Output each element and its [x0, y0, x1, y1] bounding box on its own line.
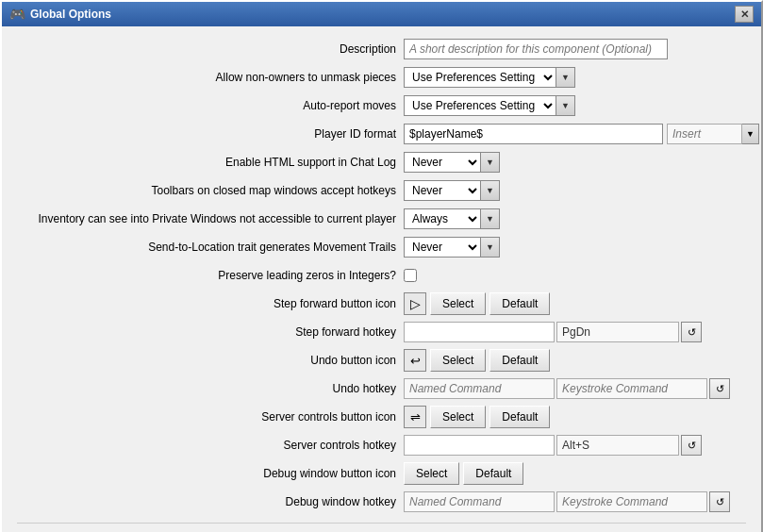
step-forward-icon-preview: ▷ [404, 292, 426, 315]
debug-window-hotkey-control: ↺ [404, 491, 730, 512]
server-controls-keystroke-input[interactable] [556, 435, 679, 456]
undo-select-button[interactable]: Select [430, 349, 486, 372]
preserve-zeros-control [404, 269, 417, 282]
server-controls-hotkey-row: Server controls hotkey ↺ [17, 434, 746, 457]
send-to-location-row: Send-to-Location trait generates Movemen… [17, 236, 746, 258]
send-to-location-control: Never Always ▼ [404, 237, 500, 258]
toolbars-hotkeys-control: Never Always ▼ [404, 180, 500, 201]
auto-report-dropdown[interactable]: Use Preferences Setting Always Never ▼ [404, 95, 575, 116]
send-to-location-select[interactable]: Never Always [405, 238, 480, 257]
preserve-zeros-label: Preserve leading zeros in Integers? [17, 269, 404, 282]
preserve-zeros-checkbox[interactable] [404, 269, 417, 282]
server-controls-refresh-button[interactable]: ↺ [681, 435, 702, 456]
server-controls-hotkey-control: ↺ [404, 435, 702, 456]
send-to-location-arrow[interactable]: ▼ [480, 238, 499, 257]
allow-non-owners-dropdown[interactable]: Use Preferences Setting Always Never ▼ [404, 67, 575, 88]
server-controls-default-button[interactable]: Default [489, 406, 550, 428]
enable-html-control: Never Always ▼ [404, 152, 500, 173]
step-forward-select-button[interactable]: Select [430, 292, 486, 315]
step-forward-hotkey-label: Step forward hotkey [17, 325, 404, 339]
debug-window-named-input[interactable] [404, 491, 555, 512]
window-icon: 🎮 [9, 7, 25, 22]
send-to-location-dropdown[interactable]: Never Always ▼ [404, 237, 500, 258]
title-bar: 🎮 Global Options ✕ [2, 2, 761, 26]
undo-hotkey-group: ↺ [404, 378, 730, 399]
allow-non-owners-control: Use Preferences Setting Always Never ▼ [404, 67, 575, 88]
server-controls-select-button[interactable]: Select [430, 406, 486, 428]
undo-refresh-button[interactable]: ↺ [709, 378, 730, 399]
step-forward-keystroke-input[interactable] [556, 322, 679, 342]
allow-non-owners-arrow[interactable]: ▼ [556, 68, 574, 87]
server-controls-hotkey-label: Server controls hotkey [17, 439, 404, 452]
step-forward-icon-row: Step forward button icon ▷ Select Defaul… [17, 292, 746, 315]
preserve-zeros-row: Preserve leading zeros in Integers? [17, 264, 746, 287]
enable-html-dropdown[interactable]: Never Always ▼ [404, 152, 500, 173]
step-forward-hotkey-row: Step forward hotkey ↺ [17, 321, 746, 343]
undo-icon-control: ↩ Select Default [404, 349, 550, 372]
undo-hotkey-row: Undo hotkey ↺ [17, 377, 746, 400]
debug-window-keystroke-input[interactable] [556, 491, 707, 512]
step-forward-hotkey-empty [404, 322, 555, 342]
undo-icon-row: Undo button icon ↩ Select Default [17, 349, 746, 372]
server-controls-icon-preview: ⇌ [404, 406, 426, 428]
inventory-see-dropdown[interactable]: Always Never ▼ [404, 208, 500, 229]
toolbars-hotkeys-select[interactable]: Never Always [405, 181, 480, 200]
description-label: Description [17, 42, 404, 56]
toolbars-hotkeys-label: Toolbars on closed map windows accept ho… [17, 184, 404, 197]
auto-report-row: Auto-report moves Use Preferences Settin… [17, 94, 746, 117]
debug-window-icon-row: Debug window button icon Select Default [17, 462, 746, 485]
enable-html-arrow[interactable]: ▼ [480, 153, 499, 172]
step-forward-refresh-button[interactable]: ↺ [681, 322, 702, 342]
allow-non-owners-select[interactable]: Use Preferences Setting Always Never [405, 68, 556, 87]
toolbars-hotkeys-arrow[interactable]: ▼ [480, 181, 499, 200]
inventory-see-arrow[interactable]: ▼ [480, 209, 499, 228]
auto-report-arrow[interactable]: ▼ [556, 96, 574, 115]
player-id-format-label: Player ID format [17, 127, 404, 141]
undo-hotkey-label: Undo hotkey [17, 382, 404, 395]
step-forward-icon-label: Step forward button icon [17, 297, 404, 310]
player-id-format-input[interactable] [404, 124, 663, 144]
step-forward-hotkey-control: ↺ [404, 322, 702, 342]
insert-group: ▼ [667, 124, 759, 144]
server-controls-icon-control: ⇌ Select Default [404, 406, 550, 428]
insert-input[interactable] [667, 124, 742, 144]
window-title: Global Options [30, 8, 111, 21]
title-bar-left: 🎮 Global Options [9, 7, 111, 22]
server-controls-icon-row: Server controls button icon ⇌ Select Def… [17, 406, 746, 428]
description-input[interactable] [404, 39, 668, 59]
auto-report-label: Auto-report moves [17, 99, 404, 112]
debug-window-hotkey-row: Debug window hotkey ↺ [17, 490, 746, 513]
auto-report-select[interactable]: Use Preferences Setting Always Never [405, 96, 556, 115]
allow-non-owners-row: Allow non-owners to unmask pieces Use Pr… [17, 66, 746, 89]
allow-non-owners-label: Allow non-owners to unmask pieces [17, 71, 404, 84]
player-id-format-control: ▼ [404, 124, 759, 144]
enable-html-row: Enable HTML support in Chat Log Never Al… [17, 151, 746, 174]
undo-default-button[interactable]: Default [489, 349, 550, 372]
description-row: Description [17, 38, 746, 60]
enable-html-select[interactable]: Never Always [405, 153, 480, 172]
step-forward-icon-control: ▷ Select Default [404, 292, 550, 315]
debug-window-select-button[interactable]: Select [404, 462, 459, 485]
debug-window-hotkey-group: ↺ [404, 491, 730, 512]
global-options-window: 🎮 Global Options ✕ Description Allow non… [0, 0, 763, 532]
server-controls-icon-label: Server controls button icon [17, 410, 404, 424]
step-forward-default-button[interactable]: Default [489, 292, 550, 315]
debug-window-icon-control: Select Default [404, 462, 523, 485]
debug-window-hotkey-label: Debug window hotkey [17, 495, 404, 508]
undo-hotkey-control: ↺ [404, 378, 730, 399]
undo-named-input[interactable] [404, 378, 555, 399]
debug-window-default-button[interactable]: Default [463, 462, 523, 485]
debug-window-icon-label: Debug window button icon [17, 467, 404, 480]
bottom-buttons: OK Cancel Help [17, 523, 746, 532]
debug-window-refresh-button[interactable]: ↺ [709, 491, 730, 512]
inventory-see-select[interactable]: Always Never [405, 209, 480, 228]
inventory-see-row: Inventory can see into Private Windows n… [17, 208, 746, 230]
close-button[interactable]: ✕ [735, 6, 754, 23]
insert-arrow-button[interactable]: ▼ [742, 124, 759, 144]
server-controls-hotkey-group: ↺ [404, 435, 702, 456]
enable-html-label: Enable HTML support in Chat Log [17, 156, 404, 169]
undo-keystroke-input[interactable] [556, 378, 707, 399]
toolbars-hotkeys-dropdown[interactable]: Never Always ▼ [404, 180, 500, 201]
inventory-see-label: Inventory can see into Private Windows n… [17, 212, 404, 225]
description-control [404, 39, 668, 59]
